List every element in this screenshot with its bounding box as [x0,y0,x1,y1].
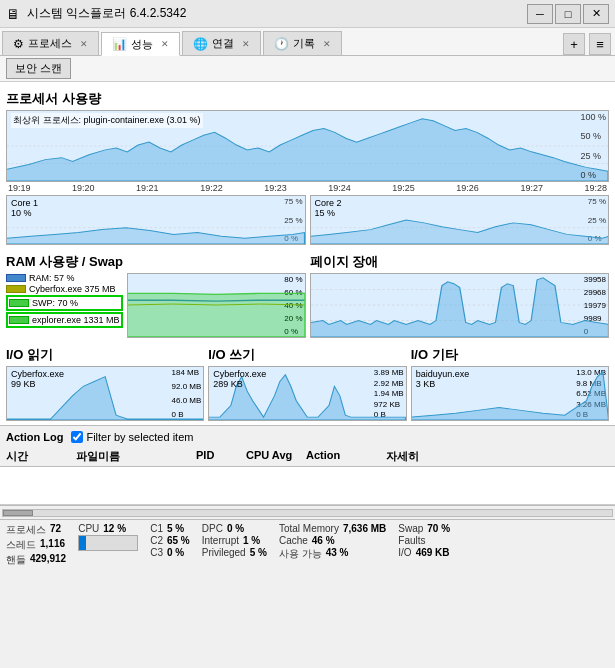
ram-label-2: Cyberfox.exe 375 MB [29,284,116,294]
ram-section: RAM 사용량 / Swap RAM: 57 % Cyberfox.exe 37… [6,249,306,338]
tab-performance[interactable]: 📊 성능 ✕ [101,32,180,56]
window-title: 시스템 익스플로러 6.4.2.5342 [27,5,527,22]
core2-svg [311,196,609,244]
dpc-value: 0 % [227,523,244,534]
tab-history-close[interactable]: ✕ [323,39,331,49]
tab-process-label: 프로세스 [28,36,72,51]
ram-chart: 80 % 60 % 40 % 20 % 0 % [127,273,306,338]
toolbar: 보안 스캔 [0,56,615,82]
swap-legend-item-1: SWP: 70 % [6,295,123,311]
close-button[interactable]: ✕ [583,4,609,24]
col-action: Action [306,449,386,464]
pagefault-svg [311,274,609,337]
total-memory-label: Total Memory [279,523,339,534]
io-row-status: I/O 469 KB [398,547,450,558]
core1-chart: Core 1 10 % 75 % 25 % 0 % [6,195,306,245]
io-other-chart: baiduyun.exe 3 KB 13.0 MB 9.8 MB 6.52 MB… [411,366,609,421]
core2-chart: Core 2 15 % 75 % 25 % 0 % [310,195,610,245]
tab-performance-close[interactable]: ✕ [161,39,169,49]
cpu-section-title: 프로세서 사용량 [6,90,609,108]
c1-value: 5 % [167,523,184,534]
process-label: 프로세스 [6,523,46,537]
tab-process[interactable]: ⚙ 프로세스 ✕ [2,31,99,55]
filter-checkbox-label[interactable]: Filter by selected item [71,431,193,443]
ram-pagefault-row: RAM 사용량 / Swap RAM: 57 % Cyberfox.exe 37… [6,249,609,338]
status-col-memory: Total Memory 7,636 MB Cache 46 % 사용 가능 4… [279,523,386,561]
c3-row: C3 0 % [150,547,190,558]
col-cpu-avg: CPU Avg [246,449,306,464]
io-other-title: I/O 기타 [411,346,609,364]
ram-legend-item-2: Cyberfox.exe 375 MB [6,284,123,294]
io-write-label: Cyberfox.exe 289 KB [213,369,266,389]
cpu-bar-fill [79,536,86,550]
scrollbar-thumb[interactable] [3,510,33,516]
tabs-bar: ⚙ 프로세스 ✕ 📊 성능 ✕ 🌐 연결 ✕ 🕐 기록 ✕ + ≡ [0,28,615,56]
log-table-body [0,467,615,505]
status-bar: 프로세스 72 스레드 1,116 핸들 429,912 CPU 12 % C1… [0,519,615,567]
tab-history-label: 기록 [293,36,315,51]
c3-value: 0 % [167,547,184,558]
col-pid: PID [196,449,246,464]
scan-button[interactable]: 보안 스캔 [6,58,71,79]
tab-process-close[interactable]: ✕ [80,39,88,49]
c1-row: C1 5 % [150,523,190,534]
core2-label: Core 2 15 % [315,198,342,218]
filter-checkbox[interactable] [71,431,83,443]
cpu-top-process: 최상위 프로세스: plugin-container.exe (3.01 %) [11,113,203,128]
swap-row: Swap 70 % [398,523,450,534]
performance-icon: 📊 [112,37,127,51]
io-row: I/O 읽기 Cyberfox.exe 99 KB 184 MB 92.0 MB… [6,342,609,421]
menu-button[interactable]: ≡ [589,33,611,55]
io-read-section: I/O 읽기 Cyberfox.exe 99 KB 184 MB 92.0 MB… [6,342,204,421]
cpu-value: 12 % [103,523,126,534]
action-log-bar: Action Log Filter by selected item [0,425,615,447]
process-value: 72 [50,523,61,537]
action-log-title: Action Log [6,431,63,443]
privileged-row: Privileged 5 % [202,547,267,558]
faults-label: Faults [398,535,425,546]
io-other-label: baiduyun.exe 3 KB [416,369,470,389]
main-content: 프로세서 사용량 최상위 프로세스: plugin-container.exe … [0,82,615,425]
privileged-label: Privileged [202,547,246,558]
swap-legend-item-2: explorer.exe 1331 MB [6,312,123,328]
pagefault-section: 페이지 장애 39958 29968 19979 9989 0 [310,249,610,338]
dpc-row: DPC 0 % [202,523,267,534]
cpu-main-chart: 최상위 프로세스: plugin-container.exe (3.01 %) … [6,110,609,182]
ram-svg [128,274,305,337]
window-controls: ─ □ ✕ [527,4,609,24]
status-col-process: 프로세스 72 스레드 1,116 핸들 429,912 [6,523,66,567]
core2-chart-container: Core 2 15 % 75 % 25 % 0 % [310,195,610,245]
network-icon: 🌐 [193,37,208,51]
interrupt-label: Interrupt [202,535,239,546]
io-other-section: I/O 기타 baiduyun.exe 3 KB 13.0 MB 9.8 MB … [411,342,609,421]
io-read-label: Cyberfox.exe 99 KB [11,369,64,389]
scrollbar-track[interactable] [2,509,613,517]
swap-value: 70 % [427,523,450,534]
pagefault-chart: 39958 29968 19979 9989 0 [310,273,610,338]
tab-network-close[interactable]: ✕ [242,39,250,49]
ram-title: RAM 사용량 / Swap [6,253,306,271]
tab-network[interactable]: 🌐 연결 ✕ [182,31,261,55]
swap-label-2: explorer.exe 1331 MB [32,315,120,325]
add-tab-button[interactable]: + [563,33,585,55]
ram-color-2 [6,285,26,293]
cache-value: 46 % [312,535,335,546]
c1-label: C1 [150,523,163,534]
maximize-button[interactable]: □ [555,4,581,24]
available-label: 사용 가능 [279,547,322,561]
core1-label: Core 1 10 % [11,198,38,218]
app-icon: 🖥 [6,6,22,22]
minimize-button[interactable]: ─ [527,4,553,24]
status-col-cx: C1 5 % C2 65 % C3 0 % [150,523,190,558]
interrupt-value: 1 % [243,535,260,546]
io-write-section: I/O 쓰기 Cyberfox.exe 289 KB 3.89 MB 2.92 … [208,342,406,421]
horizontal-scrollbar[interactable] [0,505,615,519]
tab-history[interactable]: 🕐 기록 ✕ [263,31,342,55]
io-write-chart: Cyberfox.exe 289 KB 3.89 MB 2.92 MB 1.94… [208,366,406,421]
ram-legend: RAM: 57 % Cyberfox.exe 375 MB SWP: 70 % … [6,273,123,338]
io-label: I/O [398,547,411,558]
log-table-header: 시간 파일미름 PID CPU Avg Action 자세히 [0,447,615,467]
available-row: 사용 가능 43 % [279,547,386,561]
faults-row: Faults [398,535,450,546]
io-read-title: I/O 읽기 [6,346,204,364]
